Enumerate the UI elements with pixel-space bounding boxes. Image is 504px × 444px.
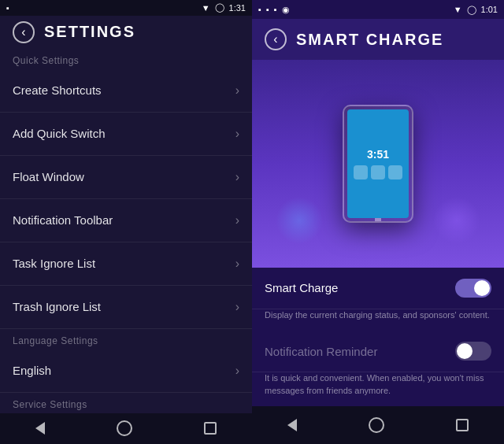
right-panel: ▪ ▪ ▪ ◉ ▼ ◯ 1:01 ‹ SMART CHARGE 3:51 xyxy=(252,0,504,444)
menu-item-label-float-window: Float Window xyxy=(13,170,84,183)
menu-item-label-trash-ignore-list: Trash Ignore List xyxy=(13,300,101,313)
nav-back-icon-left xyxy=(35,422,45,435)
nav-recent-icon-right xyxy=(456,419,469,431)
quick-settings-label: Quick Settings xyxy=(0,49,252,69)
chevron-icon-english: › xyxy=(235,364,239,378)
chevron-icon-add-quick-switch: › xyxy=(235,127,239,141)
nav-home-left[interactable] xyxy=(117,420,132,436)
phone-screen: 3:51 xyxy=(347,109,409,218)
menu-item-label-english: English xyxy=(13,364,51,377)
nav-recent-right[interactable] xyxy=(456,419,469,431)
menu-item-float-window[interactable]: Float Window › xyxy=(0,156,252,199)
menu-item-create-shortcuts[interactable]: Create Shortcuts › xyxy=(0,69,252,113)
language-settings-label: Language Settings xyxy=(0,329,252,350)
glow-right xyxy=(433,197,480,244)
notification-reminder-toggle[interactable] xyxy=(455,342,491,361)
menu-item-label-task-ignore-list: Task Ignore List xyxy=(13,257,95,270)
nav-home-icon-right xyxy=(369,417,384,433)
phone-app-icon-3 xyxy=(388,165,402,179)
settings-title: SETTINGS xyxy=(44,23,135,41)
nav-bar-right xyxy=(252,406,504,444)
smart-charge-description: Display the current charging status, and… xyxy=(252,309,504,331)
nav-back-right[interactable] xyxy=(287,419,297,431)
time-right: 1:01 xyxy=(481,5,498,14)
phone-time: 3:51 xyxy=(367,148,389,161)
menu-item-trash-ignore-list[interactable]: Trash Ignore List › xyxy=(0,286,252,329)
smart-charge-row: Smart Charge xyxy=(252,268,504,309)
phone-mockup: 3:51 xyxy=(343,105,413,223)
menu-item-add-quick-switch[interactable]: Add Quick Switch › xyxy=(0,113,252,156)
back-button-right[interactable]: ‹ xyxy=(265,28,287,50)
nav-recent-left[interactable] xyxy=(204,422,217,435)
phone-cable xyxy=(375,218,381,223)
service-settings-label: Service Settings xyxy=(0,393,252,413)
nav-back-left[interactable] xyxy=(35,422,45,435)
back-icon-right: ‹ xyxy=(273,32,277,46)
menu-item-notification-toolbar[interactable]: Notification Toolbar › xyxy=(0,199,252,242)
screenshot-icon: ▪ xyxy=(6,3,9,13)
notification-reminder-description: It is quick and convenient. When enabled… xyxy=(252,372,504,406)
smart-charge-toggle-knob xyxy=(474,280,490,296)
smart-charge-toggle[interactable] xyxy=(455,279,491,298)
header-left: ‹ SETTINGS xyxy=(0,16,252,49)
back-button-left[interactable]: ‹ xyxy=(13,21,35,43)
menu-item-label-create-shortcuts: Create Shortcuts xyxy=(13,83,102,97)
nav-recent-icon-left xyxy=(204,422,217,435)
glow-left xyxy=(276,197,323,244)
nav-home-right[interactable] xyxy=(369,417,384,433)
phone-app-icon-1 xyxy=(354,165,368,179)
notification-reminder-row: Notification Reminder xyxy=(252,331,504,372)
app-icon: ◉ xyxy=(282,5,290,15)
menu-item-label-notification-toolbar: Notification Toolbar xyxy=(13,213,113,227)
back-icon-left: ‹ xyxy=(21,25,25,39)
smart-charge-settings: Smart Charge Display the current chargin… xyxy=(252,268,504,406)
chevron-icon-create-shortcuts: › xyxy=(235,83,239,98)
status-bar-right: ▪ ▪ ▪ ◉ ▼ ◯ 1:01 xyxy=(252,0,504,19)
status-bar-left: ▪ ▼ ◯ 1:31 xyxy=(0,0,252,16)
nav-home-icon-left xyxy=(117,420,132,436)
menu-item-task-ignore-list[interactable]: Task Ignore List › xyxy=(0,242,252,286)
nav-bar-left xyxy=(0,413,252,444)
chevron-icon-notification-toolbar: › xyxy=(235,213,239,228)
status-icons-left: ▪ xyxy=(6,3,9,13)
phone-app-icon-2 xyxy=(371,165,385,179)
chevron-icon-trash-ignore-list: › xyxy=(235,300,239,314)
notification-reminder-toggle-knob xyxy=(457,343,472,359)
wifi-icon-right: ▼ xyxy=(454,5,462,14)
status-right-right: ▼ ◯ 1:01 xyxy=(454,5,498,15)
signal-icon: ◯ xyxy=(215,2,224,13)
phone-illustration: 3:51 xyxy=(252,60,504,268)
chevron-icon-float-window: › xyxy=(235,170,239,184)
battery-icon-right: ▪ xyxy=(258,5,261,14)
smart-charge-title: SMART CHARGE xyxy=(296,31,443,49)
smart-charge-label: Smart Charge xyxy=(265,281,338,294)
chevron-icon-task-ignore-list: › xyxy=(235,257,239,271)
header-right: ‹ SMART CHARGE xyxy=(252,19,504,60)
wifi-icon: ▼ xyxy=(202,3,210,13)
photo-icon: ▪ xyxy=(274,5,277,14)
left-panel: ▪ ▼ ◯ 1:31 ‹ SETTINGS Quick Settings Cre… xyxy=(0,0,252,444)
menu-item-english[interactable]: English › xyxy=(0,350,252,393)
status-icons-right: ▪ ▪ ▪ ◉ xyxy=(258,5,290,15)
signal-icon-right: ◯ xyxy=(467,5,476,15)
notification-reminder-label: Notification Reminder xyxy=(265,345,377,358)
time-left: 1:31 xyxy=(229,3,246,13)
signal2-icon: ▪ xyxy=(266,5,269,14)
phone-app-icons xyxy=(354,165,402,179)
status-right-left: ▼ ◯ 1:31 xyxy=(202,2,246,13)
nav-back-icon-right xyxy=(287,419,297,431)
menu-item-label-add-quick-switch: Add Quick Switch xyxy=(13,127,106,140)
